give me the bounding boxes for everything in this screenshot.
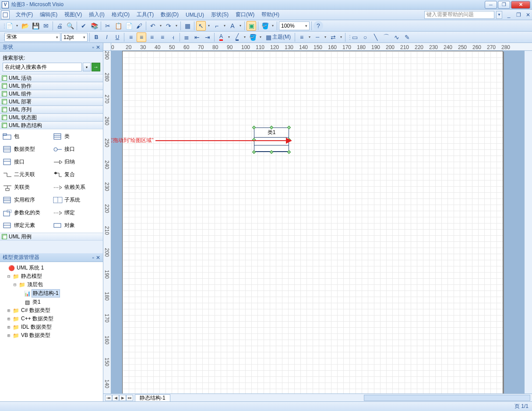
arc-tool-button[interactable]: ⌒ — [381, 32, 391, 42]
zoom-select[interactable]: 100%▾ — [279, 21, 310, 30]
fontsize-select[interactable]: 12pt▾ — [61, 33, 88, 42]
stencil-uml-usecase[interactable]: UML 用例 — [0, 233, 103, 241]
menu-format[interactable]: 格式(O) — [108, 10, 133, 20]
uml-class-shape[interactable]: 类1 — [254, 128, 289, 152]
line-pattern-button[interactable]: ┄ — [313, 32, 322, 42]
save-button[interactable]: 💾 — [31, 21, 40, 31]
print-preview-button[interactable]: 🔍 — [65, 21, 75, 31]
new-dropdown[interactable]: ▾ — [15, 21, 19, 31]
rectangle-tool-button[interactable]: ▭ — [350, 32, 359, 42]
tree-static-model[interactable]: ⊟📁静态模型 — [2, 272, 101, 280]
shape-subsystem[interactable]: 子系统 — [52, 195, 102, 206]
shape-bound-element[interactable]: 绑定元素 — [2, 220, 51, 231]
tab-nav-prev[interactable]: ◀ — [112, 395, 119, 401]
fill-dropdown[interactable]: ▾ — [271, 21, 275, 31]
line-ends-dropdown[interactable]: ▾ — [339, 32, 343, 42]
align-right-button[interactable]: ≡ — [147, 32, 157, 42]
shape-class[interactable]: 类 — [52, 131, 102, 142]
undo-dropdown[interactable]: ▾ — [159, 21, 163, 31]
format-painter-button[interactable]: 🖌 — [134, 21, 144, 31]
model-close-icon[interactable]: ✕ — [96, 255, 100, 261]
shape-package[interactable]: 包 — [2, 131, 51, 142]
close-button[interactable] — [511, 1, 530, 9]
line-weight-button[interactable]: ≡ — [297, 32, 307, 42]
shape-composition[interactable]: 复合 — [52, 169, 102, 180]
paste-button[interactable]: 📄 — [124, 21, 134, 31]
tab-nav-next[interactable]: ▶ — [119, 395, 126, 401]
search-dropdown[interactable]: ▾ — [83, 63, 91, 71]
font-color-dropdown[interactable]: ▾ — [227, 32, 231, 42]
redo-dropdown[interactable]: ▾ — [174, 21, 179, 31]
pencil-tool-button[interactable]: ✎ — [402, 32, 412, 42]
resize-handle[interactable] — [287, 150, 291, 154]
line-pattern-dropdown[interactable]: ▾ — [323, 32, 328, 42]
menu-edit[interactable]: 编辑(E) — [36, 10, 61, 20]
shape-interface[interactable]: 接口 — [2, 156, 51, 167]
bold-button[interactable]: B — [92, 32, 101, 42]
research-button[interactable]: 📚 — [89, 21, 99, 31]
visio-icon[interactable] — [1, 11, 10, 19]
menu-window[interactable]: 窗口(W) — [232, 10, 258, 20]
tab-nav-last[interactable]: ⏭ — [126, 395, 133, 401]
text-tool-button[interactable]: A — [228, 21, 237, 31]
menu-file[interactable]: 文件(F) — [12, 10, 36, 20]
connector-tool-button[interactable]: ⌐ — [212, 21, 222, 31]
fill-color-button[interactable]: 🪣 — [248, 32, 257, 42]
spelling-button[interactable]: ✔ — [79, 21, 88, 31]
doc-minimize[interactable]: _ — [506, 12, 512, 18]
freeform-tool-button[interactable]: ∿ — [392, 32, 402, 42]
shapes-maximize-icon[interactable]: ▫ — [92, 44, 94, 50]
decrease-indent-button[interactable]: ⇤ — [192, 32, 202, 42]
search-go-button[interactable]: → — [92, 63, 100, 71]
align-center-button[interactable]: ≡ — [137, 32, 146, 42]
menu-insert[interactable]: 插入(I) — [85, 10, 108, 20]
italic-button[interactable]: I — [102, 32, 112, 42]
tab-nav-first[interactable]: ⏮ — [105, 395, 112, 401]
align-justify-button[interactable]: ≡ — [158, 32, 167, 42]
search-input[interactable] — [3, 63, 82, 71]
model-maximize-icon[interactable]: ▫ — [92, 255, 94, 261]
menu-data[interactable]: 数据(D) — [157, 10, 182, 20]
help-search-input[interactable] — [424, 11, 494, 19]
open-button[interactable]: 📂 — [20, 21, 30, 31]
tree-cs-types[interactable]: ⊞📁C# 数据类型 — [2, 306, 101, 315]
tree-vb-types[interactable]: ⊞📁VB 数据类型 — [2, 331, 101, 340]
vertical-scrollbar[interactable] — [524, 51, 532, 393]
underline-button[interactable]: U — [113, 32, 122, 42]
tree-top-package[interactable]: ⊟📁顶层包 — [2, 280, 101, 289]
cut-button[interactable]: ✂ — [103, 21, 113, 31]
pointer-dropdown[interactable]: ▾ — [207, 21, 211, 31]
shape-dependency[interactable]: 依赖关系 — [52, 182, 102, 193]
shape-association-class[interactable]: 关联类 — [2, 182, 51, 193]
menu-view[interactable]: 视图(V) — [61, 10, 85, 20]
redo-button[interactable]: ↷ — [164, 21, 173, 31]
font-color-button[interactable]: A — [216, 32, 226, 42]
stencil-uml-component[interactable]: UML 组件 — [0, 90, 103, 98]
shape-generalization[interactable]: 归纳 — [52, 156, 102, 167]
ellipse-tool-button[interactable]: ○ — [360, 32, 370, 42]
canvas-viewport[interactable]: 类1 将它拖动到"绘图区域" — [111, 51, 524, 393]
help-dropdown[interactable]: ▼ — [496, 11, 502, 19]
email-button[interactable]: ✉ — [41, 21, 51, 31]
tree-idl-types[interactable]: ⊞📁IDL 数据类型 — [2, 323, 101, 331]
increase-indent-button[interactable]: ⇥ — [203, 32, 212, 42]
maximize-button[interactable]: ❐ — [498, 1, 510, 9]
bullets-button[interactable]: ≣ — [182, 32, 191, 42]
distribute-button[interactable]: ⫞ — [168, 32, 178, 42]
shape-binary-association[interactable]: 二元关联 — [2, 169, 51, 180]
line-color-dropdown[interactable]: ▾ — [243, 32, 247, 42]
stencil-uml-deployment[interactable]: UML 部署 — [0, 98, 103, 106]
stencil-uml-sequence[interactable]: UML 序列 — [0, 106, 103, 113]
new-button[interactable]: 📄 — [4, 21, 14, 31]
shape-utility[interactable]: 实用程序 — [2, 195, 51, 206]
stencil-uml-static-structure[interactable]: UML 静态结构 — [0, 121, 103, 129]
menu-help[interactable]: 帮助(H) — [258, 10, 283, 20]
shapes-window-button[interactable]: ▦ — [183, 21, 192, 31]
stencil-uml-activity[interactable]: UML 活动 — [0, 74, 103, 82]
text-dropdown[interactable]: ▾ — [238, 21, 243, 31]
copy-button[interactable]: 📋 — [113, 21, 123, 31]
align-left-button[interactable]: ≡ — [126, 32, 136, 42]
tree-cpp-types[interactable]: ⊞📁C++ 数据类型 — [2, 315, 101, 323]
stencil-uml-collaboration[interactable]: UML 协作 — [0, 82, 103, 90]
undo-button[interactable]: ↶ — [148, 21, 158, 31]
